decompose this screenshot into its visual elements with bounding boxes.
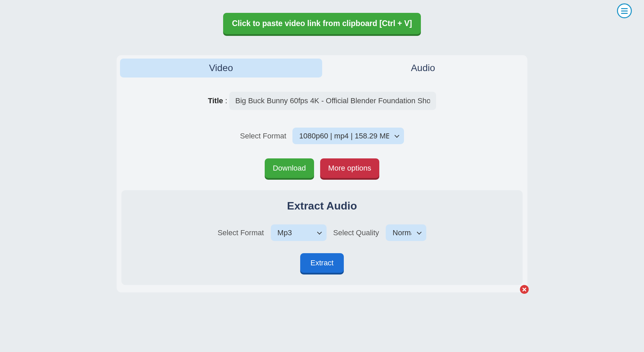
video-format-label: Select Format (240, 132, 286, 140)
video-format-select-wrap: 1080p60 | mp4 | 158.29 MB (292, 128, 404, 144)
extract-quality-select-wrap: Normal (386, 224, 426, 241)
title-label: Title : (208, 96, 227, 105)
extract-format-select[interactable]: Mp3 (271, 224, 327, 241)
title-row: Title : (120, 92, 524, 110)
extract-format-select-wrap: Mp3 (271, 224, 327, 241)
more-options-button[interactable]: More options (320, 158, 379, 178)
menu-bar-icon (621, 13, 628, 14)
extract-button[interactable]: Extract (300, 253, 343, 273)
extract-quality-label: Select Quality (333, 228, 379, 237)
menu-bar-icon (621, 10, 628, 12)
extract-audio-panel: Extract Audio Select Format Mp3 Select Q… (121, 190, 523, 285)
extract-quality-select[interactable]: Normal (386, 224, 426, 241)
menu-bar-icon (621, 8, 628, 9)
menu-icon[interactable] (617, 3, 632, 18)
extract-format-label: Select Format (218, 228, 264, 237)
close-icon[interactable] (520, 285, 529, 294)
download-button[interactable]: Download (265, 158, 314, 178)
tab-video[interactable]: Video (120, 59, 322, 78)
video-format-row: Select Format 1080p60 | mp4 | 158.29 MB (120, 128, 524, 144)
paste-link-button[interactable]: Click to paste video link from clipboard… (223, 13, 421, 34)
main-panel: Video Audio Title : Select Format 1080p6… (117, 55, 527, 292)
action-row: Download More options (120, 158, 524, 178)
extract-heading: Extract Audio (125, 200, 519, 212)
title-input[interactable] (229, 92, 436, 110)
extract-controls: Select Format Mp3 Select Quality Normal (125, 224, 519, 241)
video-format-select[interactable]: 1080p60 | mp4 | 158.29 MB (292, 128, 404, 144)
extract-button-row: Extract (125, 253, 519, 273)
tabs: Video Audio (120, 59, 524, 78)
tab-audio[interactable]: Audio (322, 59, 524, 78)
